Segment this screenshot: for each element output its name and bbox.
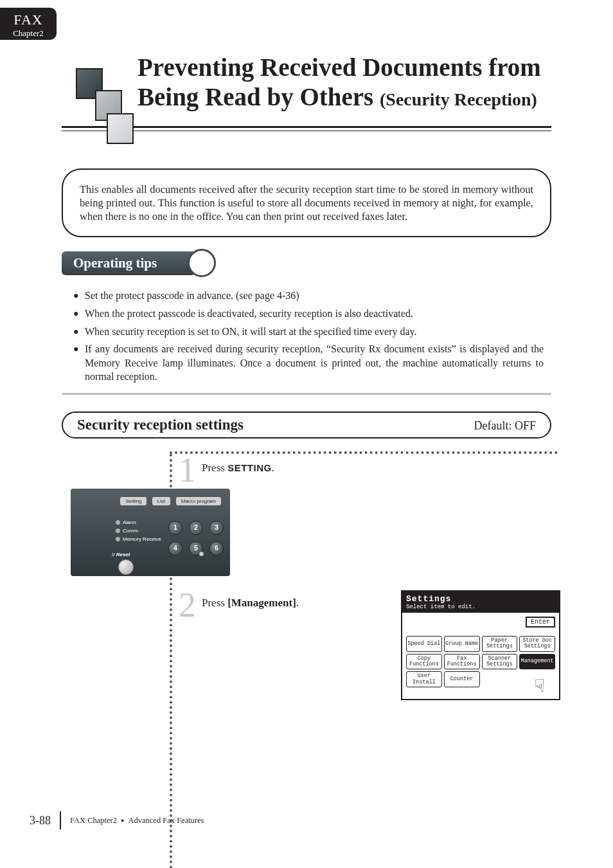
title-line2-strong: Being Read by Others <box>138 83 373 111</box>
btn-speed-dial[interactable]: Speed Dial <box>406 636 442 652</box>
panel-macro-button[interactable]: Macro program <box>176 497 221 505</box>
settings-grid: Speed Dial Group Name Paper Settings Sto… <box>406 636 555 687</box>
step-pre: Press <box>202 462 227 474</box>
section-title: Security reception settings <box>77 417 244 433</box>
led-dot-icon <box>116 529 120 533</box>
btn-management[interactable]: Management <box>519 654 555 670</box>
section-default: Default: OFF <box>474 419 537 433</box>
tips-item: When security reception is set to ON, it… <box>73 325 544 339</box>
keypad-key-3[interactable]: 3 <box>209 521 224 535</box>
footer-separator <box>60 811 61 829</box>
dotted-rule-horiz <box>170 451 558 454</box>
btn-group-name[interactable]: Group Name <box>444 636 480 652</box>
header-rule-thin <box>62 131 551 131</box>
led-comm: Comm. <box>116 527 161 535</box>
page-content: This enables all documents received afte… <box>62 168 551 725</box>
step-text: Press SETTING. <box>202 462 274 475</box>
led-label: Alarm <box>123 518 136 527</box>
screen-header: Settings Select item to edit. <box>402 592 559 613</box>
btn-paper-settings[interactable]: Paper Settings <box>482 636 518 652</box>
step-2: 2 Press [Management]. Settings Select it… <box>62 590 551 725</box>
keypad-key-2[interactable]: 2 <box>189 521 203 535</box>
header-icon <box>68 63 127 132</box>
block-icon-3 <box>107 113 134 144</box>
btn-store-doc-settings[interactable]: Store Doc Settings <box>519 636 555 652</box>
page-number: 3-88 <box>30 814 51 827</box>
page-title: Preventing Received Documents from Being… <box>138 49 551 112</box>
breadcrumb-part1: FAX Chapter2 <box>70 816 117 826</box>
panel-setting-button[interactable]: Setting <box>120 497 147 505</box>
led-alarm: Alarm <box>116 518 161 527</box>
panel-reset-button[interactable] <box>118 559 134 575</box>
tab-line2: Chapter2 <box>0 28 57 39</box>
panel-list-button[interactable]: List <box>152 497 170 505</box>
breadcrumb-part2: Advanced Fax Features <box>128 816 204 826</box>
breadcrumb: FAX Chapter2 ● Advanced Fax Features <box>70 816 204 826</box>
keypad-row: 4 5 6 <box>168 541 224 556</box>
title-line2: Being Read by Others (Security Reception… <box>138 82 551 112</box>
step-number: 2 <box>179 585 196 625</box>
step-post: . <box>272 462 274 474</box>
step-pre: Press <box>202 597 227 609</box>
section-header: Security reception settings Default: OFF <box>62 411 551 439</box>
step-bold: [Management] <box>227 597 296 609</box>
tips-heading: Operating tips <box>62 251 195 275</box>
panel-top-buttons: Setting List Macro program <box>120 494 224 505</box>
control-panel-illustration: Setting List Macro program Alarm Comm. M… <box>71 489 230 576</box>
steps-area: 1 Press SETTING. Setting List Macro prog… <box>62 455 551 725</box>
step-text: Press [Management]. <box>202 597 299 610</box>
tips-item: When the protect passcode is deactivated… <box>73 307 544 321</box>
intro-box: This enables all documents received afte… <box>62 168 551 237</box>
header-rule-thick <box>62 126 551 128</box>
bullet-icon: ● <box>121 817 124 824</box>
screen-body: Enter Speed Dial Group Name Paper Settin… <box>402 613 559 699</box>
panel-reset-label: Reset <box>112 552 130 557</box>
tab-line1: FAX <box>0 12 57 28</box>
led-memory-receive: Memory Receive <box>116 535 161 543</box>
btn-scanner-settings[interactable]: Scanner Settings <box>482 654 518 670</box>
screen-subtitle: Select item to edit. <box>406 604 555 610</box>
led-dot-icon <box>116 520 120 525</box>
keypad-key-4[interactable]: 4 <box>168 541 182 556</box>
led-dot-icon <box>116 537 120 541</box>
step-post: . <box>296 597 299 609</box>
panel-leds: Alarm Comm. Memory Receive <box>116 518 161 543</box>
enter-button[interactable]: Enter <box>526 617 555 628</box>
title-line1: Preventing Received Documents from <box>138 53 551 82</box>
led-label: Comm. <box>123 527 139 535</box>
screen-settings-illustration: Settings Select item to edit. Enter Spee… <box>401 590 560 700</box>
keypad-row: 1 2 3 <box>168 521 224 535</box>
tips-item: Set the protect passcode in advance. (se… <box>73 289 544 303</box>
page-header: Preventing Received Documents from Being… <box>62 49 551 131</box>
led-label: Memory Receive <box>123 535 161 543</box>
keypad-key-5[interactable]: 5 <box>189 541 203 556</box>
tips-circle-icon <box>188 249 216 277</box>
keypad-key-1[interactable]: 1 <box>168 521 182 535</box>
panel-keypad: 1 2 3 4 5 6 <box>168 521 224 556</box>
tips-list: Set the protect passcode in advance. (se… <box>62 289 551 384</box>
step-1: 1 Press SETTING. Setting List Macro prog… <box>62 455 551 590</box>
btn-user-install[interactable]: User Install <box>406 671 442 687</box>
tips-heading-wrap: Operating tips <box>62 251 551 278</box>
step-bold: SETTING <box>227 462 272 473</box>
screen-title: Settings <box>406 594 555 604</box>
tips-bottom-rule <box>62 393 551 395</box>
keypad-key-6[interactable]: 6 <box>209 541 224 556</box>
title-line2-paren: (Security Reception) <box>380 89 537 109</box>
hand-pointer-icon: ☟ <box>534 678 545 696</box>
tips-item: If any documents are received during sec… <box>73 342 544 384</box>
chapter-tab: FAX Chapter2 <box>0 8 57 40</box>
btn-counter[interactable]: Counter <box>444 671 480 687</box>
btn-fax-functions[interactable]: Fax Functions <box>444 654 480 670</box>
step-number: 1 <box>179 450 196 490</box>
btn-copy-functions[interactable]: Copy Functions <box>406 654 442 670</box>
page-footer: 3-88 FAX Chapter2 ● Advanced Fax Feature… <box>30 811 204 829</box>
